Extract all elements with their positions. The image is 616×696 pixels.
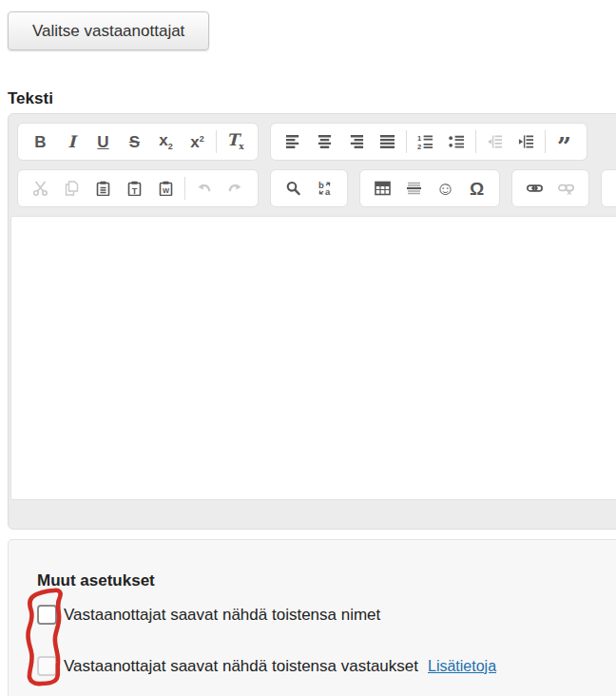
other-settings-panel: Muut asetukset Vastaanottajat saavat näh… (8, 539, 616, 696)
bulleted-list-button[interactable] (441, 127, 472, 157)
strikethrough-icon: S (129, 134, 140, 150)
smiley-icon: ☺ (435, 179, 454, 198)
setting-option-row: Vastaanottajat saavat nähdä toistensa va… (37, 656, 616, 676)
checkbox-recipients-see-answers (37, 656, 57, 676)
toolbar-row-2: TWba☺Ω (17, 169, 616, 207)
justify-button[interactable] (372, 127, 403, 157)
smiley-button[interactable]: ☺ (430, 174, 461, 203)
align-right-button[interactable] (340, 127, 372, 157)
paste-icon (95, 181, 111, 196)
strikethrough-button[interactable]: S (119, 127, 150, 157)
outdent-icon (487, 134, 503, 149)
replace-icon: ba (317, 181, 333, 196)
toolbar-separator (545, 130, 546, 153)
cut-button (25, 174, 56, 203)
link-button[interactable] (519, 174, 550, 203)
paste-button[interactable] (87, 174, 119, 203)
paste-text-icon: T (126, 181, 143, 196)
toolbar-group: 12” (270, 123, 587, 161)
justify-icon (379, 134, 395, 149)
svg-text:W: W (163, 186, 170, 195)
text-field-label: Teksti (8, 89, 616, 108)
link-icon (527, 181, 543, 196)
italic-button[interactable]: I (56, 127, 87, 157)
toolbar-group (511, 169, 589, 207)
toolbar-group: TW (17, 169, 259, 207)
table-button[interactable] (367, 174, 398, 203)
subscript-icon: x2 (159, 132, 172, 151)
numbered-list-icon: 12 (417, 134, 433, 149)
superscript-button[interactable]: x2 (182, 127, 213, 157)
unlink-button (550, 174, 582, 203)
redo-button (220, 174, 251, 203)
italic-icon: I (68, 134, 76, 150)
bold-button[interactable]: B (25, 127, 56, 157)
outdent-button (479, 127, 510, 157)
editor-content-area[interactable] (10, 216, 616, 500)
horizontal-rule-icon (406, 181, 422, 196)
replace-button[interactable]: ba (309, 174, 340, 203)
bold-icon: B (34, 134, 46, 150)
toolbar-separator (216, 130, 217, 153)
align-right-icon (348, 134, 364, 149)
svg-text:b: b (318, 181, 324, 190)
checkbox-recipients-see-names[interactable] (37, 605, 57, 625)
settings-heading: Muut asetukset (37, 571, 616, 590)
find-icon (285, 181, 301, 196)
underline-button[interactable]: U (87, 127, 119, 157)
option-label-recipients-see-names: Vastaanottajat saavat nähdä toistensa ni… (64, 606, 380, 625)
blockquote-icon: ” (557, 133, 571, 150)
find-button[interactable] (278, 174, 309, 203)
maximize-button[interactable] (608, 174, 616, 203)
copy-button (56, 174, 87, 203)
more-info-link[interactable]: Lisätietoja (428, 658, 496, 675)
redo-icon (227, 181, 243, 196)
indent-icon (518, 134, 534, 149)
paste-word-button[interactable]: W (150, 174, 182, 203)
select-recipients-button[interactable]: Valitse vastaanottajat (8, 11, 209, 50)
align-left-button[interactable] (278, 127, 309, 157)
settings-options: Vastaanottajat saavat nähdä toistensa ni… (37, 605, 616, 676)
remove-format-icon: Tx (226, 132, 243, 151)
svg-text:2: 2 (417, 143, 421, 149)
rich-text-editor: BIUSx2x2Tx12” TWba☺Ω (8, 113, 616, 530)
toolbar-separator (184, 177, 185, 200)
svg-text:T: T (132, 186, 138, 196)
toolbar-separator (475, 130, 476, 153)
cut-icon (32, 181, 48, 196)
toolbar-group: BIUSx2x2Tx (17, 123, 259, 161)
paste-word-icon: W (158, 181, 174, 196)
subscript-button[interactable]: x2 (150, 127, 182, 157)
blockquote-button[interactable]: ” (549, 127, 580, 157)
remove-format-button[interactable]: Tx (220, 127, 251, 157)
numbered-list-button[interactable]: 12 (410, 127, 441, 157)
undo-button (188, 174, 220, 203)
special-character-icon: Ω (470, 180, 484, 198)
underline-icon: U (97, 134, 108, 150)
align-center-icon (317, 134, 333, 149)
option-label-recipients-see-answers: Vastaanottajat saavat nähdä toistensa va… (64, 657, 418, 676)
paste-text-button[interactable]: T (119, 174, 150, 203)
toolbar-group: ☺Ω (359, 169, 500, 207)
unlink-icon (558, 181, 574, 196)
setting-option-row: Vastaanottajat saavat nähdä toistensa ni… (37, 605, 616, 625)
toolbar-group (601, 169, 616, 207)
align-center-button[interactable] (309, 127, 340, 157)
bulleted-list-icon (449, 134, 465, 149)
toolbar-group: ba (270, 169, 348, 207)
svg-text:a: a (325, 186, 331, 196)
toolbar-row-1: BIUSx2x2Tx12” (17, 123, 616, 161)
table-icon (375, 181, 391, 196)
align-left-icon (285, 134, 301, 149)
toolbar-separator (406, 130, 407, 153)
indent-button[interactable] (510, 127, 542, 157)
superscript-icon: x2 (190, 134, 203, 150)
horizontal-rule-button[interactable] (398, 174, 430, 203)
special-character-button[interactable]: Ω (461, 174, 492, 203)
copy-icon (64, 181, 80, 196)
undo-icon (196, 181, 212, 196)
